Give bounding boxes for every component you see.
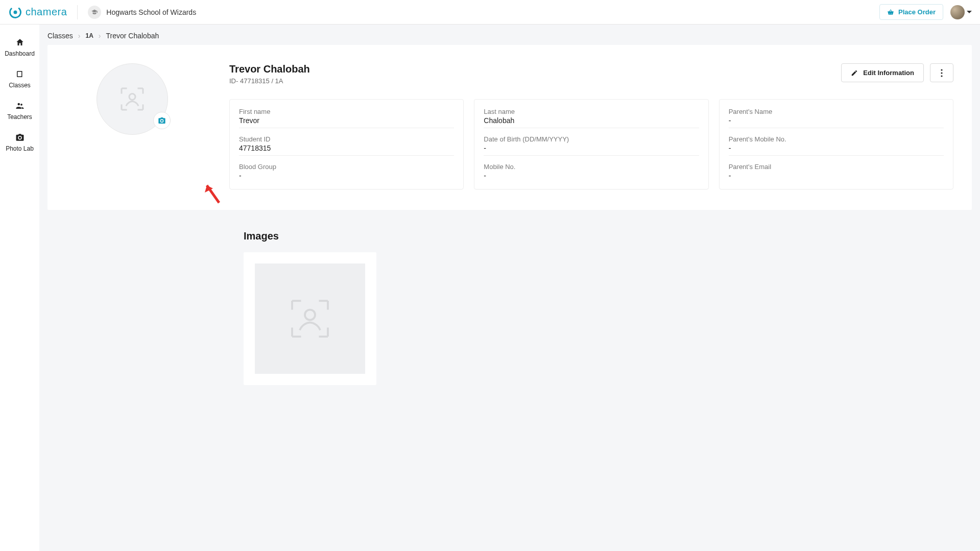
info-card: First name Trevor Student ID 47718315 Bl… bbox=[229, 99, 464, 189]
avatar-column bbox=[66, 63, 199, 189]
field-label: First name bbox=[239, 108, 454, 115]
field-value: 47718315 bbox=[239, 144, 454, 156]
sidebar-item-label: Classes bbox=[9, 82, 31, 89]
svg-point-7 bbox=[941, 75, 942, 77]
info-card: Parent's Name - Parent's Mobile No. - Pa… bbox=[719, 99, 953, 189]
svg-point-1 bbox=[14, 10, 17, 14]
chevron-down-icon bbox=[967, 11, 972, 13]
field-value: - bbox=[239, 172, 454, 183]
upload-photo-button[interactable] bbox=[153, 112, 171, 129]
svg-point-3 bbox=[20, 104, 22, 106]
edit-information-button[interactable]: Edit Information bbox=[841, 63, 924, 82]
divider bbox=[77, 5, 78, 19]
sidebar-item-label: Dashboard bbox=[5, 50, 35, 57]
school-selector[interactable]: Hogwarts School of Wizards bbox=[88, 6, 196, 19]
svg-point-2 bbox=[17, 103, 20, 106]
breadcrumb-section[interactable]: 1A bbox=[85, 32, 93, 39]
chevron-right-icon: › bbox=[78, 32, 81, 40]
field-value: - bbox=[729, 172, 944, 183]
placeholder-person-icon bbox=[117, 84, 148, 114]
svg-point-4 bbox=[129, 94, 135, 100]
more-actions-button[interactable] bbox=[930, 63, 953, 82]
student-name: Trevor Chalobah bbox=[229, 63, 310, 75]
info-card: Last name Chalobah Date of Birth (DD/MM/… bbox=[474, 99, 708, 189]
sidebar-item-dashboard[interactable]: Dashboard bbox=[0, 32, 39, 63]
field-label: Parent's Mobile No. bbox=[729, 135, 944, 143]
place-order-button[interactable]: Place Order bbox=[879, 4, 943, 20]
breadcrumb-current: Trevor Chalobah bbox=[106, 32, 159, 40]
field-label: Blood Group bbox=[239, 163, 454, 171]
sidebar-item-label: Teachers bbox=[7, 113, 32, 121]
user-menu[interactable] bbox=[950, 5, 972, 19]
place-order-label: Place Order bbox=[898, 8, 936, 16]
brand-logo[interactable]: chamera bbox=[8, 5, 67, 19]
sidebar-item-classes[interactable]: Classes bbox=[0, 63, 39, 95]
sidebar: Dashboard Classes Teachers Photo Lab bbox=[0, 25, 39, 551]
field-value: Chalobah bbox=[484, 116, 699, 128]
student-actions: Edit Information bbox=[841, 63, 953, 82]
svg-point-6 bbox=[941, 72, 942, 74]
field-value: - bbox=[729, 144, 944, 156]
header-right: Place Order bbox=[879, 4, 972, 20]
field-label: Last name bbox=[484, 108, 699, 115]
book-icon bbox=[15, 69, 25, 79]
field-value: - bbox=[484, 172, 699, 183]
info-grid: First name Trevor Student ID 47718315 Bl… bbox=[229, 99, 953, 189]
student-avatar-placeholder bbox=[97, 63, 168, 135]
sidebar-item-photo-lab[interactable]: Photo Lab bbox=[0, 127, 39, 158]
field-label: Parent's Name bbox=[729, 108, 944, 115]
field-value: - bbox=[729, 116, 944, 128]
edit-label: Edit Information bbox=[863, 69, 914, 77]
student-subtitle: ID- 47718315 / 1A bbox=[229, 77, 310, 85]
pencil-icon bbox=[851, 69, 858, 77]
field-label: Parent's Email bbox=[729, 163, 944, 171]
people-icon bbox=[15, 101, 25, 110]
basket-icon bbox=[887, 9, 894, 16]
home-icon bbox=[15, 38, 25, 47]
student-card: Trevor Chalobah ID- 47718315 / 1A Edit I… bbox=[47, 45, 972, 210]
header-left: chamera Hogwarts School of Wizards bbox=[8, 5, 196, 19]
field-value: - bbox=[484, 144, 699, 156]
images-heading: Images bbox=[244, 230, 980, 242]
svg-point-8 bbox=[305, 310, 315, 320]
image-placeholder bbox=[255, 263, 365, 374]
main-content: Classes › 1A › Trevor Chalobah bbox=[39, 25, 980, 551]
image-card[interactable] bbox=[244, 252, 376, 385]
field-label: Mobile No. bbox=[484, 163, 699, 171]
placeholder-person-icon bbox=[284, 293, 336, 344]
field-label: Student ID bbox=[239, 135, 454, 143]
svg-point-5 bbox=[941, 69, 942, 70]
brand-mark-icon bbox=[8, 5, 22, 19]
annotation-arrow-icon bbox=[202, 180, 222, 206]
sidebar-item-label: Photo Lab bbox=[6, 145, 34, 152]
student-details: Trevor Chalobah ID- 47718315 / 1A Edit I… bbox=[229, 63, 953, 189]
field-label: Date of Birth (DD/MM/YYYY) bbox=[484, 135, 699, 143]
user-avatar-icon bbox=[950, 5, 965, 19]
camera-icon bbox=[15, 133, 25, 142]
breadcrumb: Classes › 1A › Trevor Chalobah bbox=[39, 25, 980, 45]
more-vertical-icon bbox=[941, 69, 943, 77]
school-icon bbox=[88, 6, 101, 19]
brand-name: chamera bbox=[26, 6, 67, 18]
breadcrumb-root[interactable]: Classes bbox=[47, 32, 73, 40]
top-header: chamera Hogwarts School of Wizards Place… bbox=[0, 0, 980, 25]
camera-icon bbox=[158, 116, 166, 125]
chevron-right-icon: › bbox=[99, 32, 101, 40]
sidebar-item-teachers[interactable]: Teachers bbox=[0, 95, 39, 127]
school-name: Hogwarts School of Wizards bbox=[106, 8, 196, 16]
field-value: Trevor bbox=[239, 116, 454, 128]
